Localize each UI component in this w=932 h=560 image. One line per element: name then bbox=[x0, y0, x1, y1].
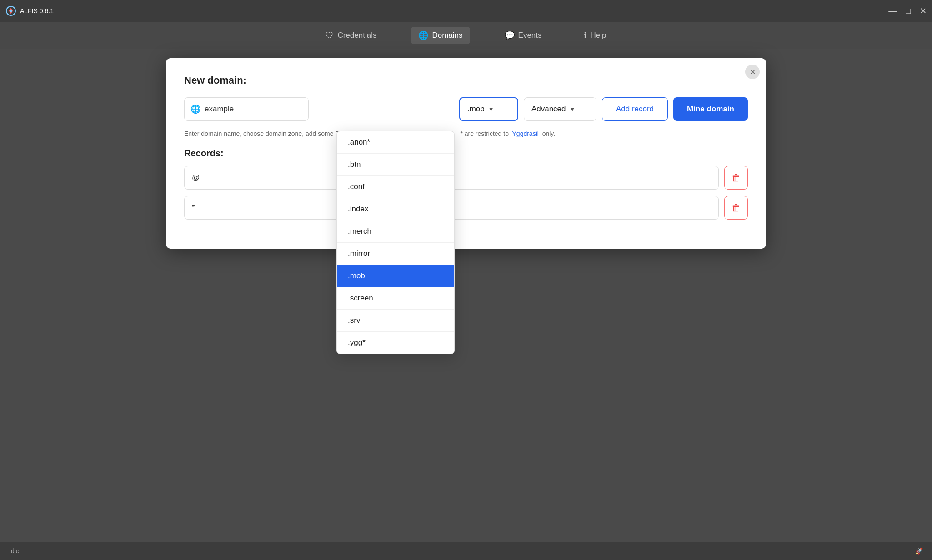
help-icon: ℹ bbox=[584, 30, 587, 40]
record-value-input-2[interactable] bbox=[427, 196, 719, 220]
info-text: Enter domain name, choose domain zone, a… bbox=[184, 130, 748, 137]
titlebar: ALFIS 0.6.1 — □ ✕ bbox=[0, 0, 932, 22]
dropdown-item-mob[interactable]: .mob bbox=[337, 265, 454, 287]
dropdown-item-srv[interactable]: .srv bbox=[337, 310, 454, 331]
dropdown-item-ygg[interactable]: .ygg* bbox=[337, 332, 454, 354]
record-row: A 🗑 bbox=[184, 196, 748, 220]
close-icon: ✕ bbox=[750, 68, 756, 76]
titlebar-controls: — □ ✕ bbox=[888, 6, 927, 16]
domain-input-row: 🌐 .mob ▼ Advanced ▼ Add record Mine doma… bbox=[184, 97, 748, 121]
yggdrasil-link[interactable]: Yggdrasil bbox=[512, 130, 539, 137]
globe-icon: 🌐 bbox=[190, 104, 200, 114]
modal-close-button[interactable]: ✕ bbox=[745, 65, 760, 79]
mine-domain-button[interactable]: Mine domain bbox=[673, 97, 748, 121]
record-delete-button-1[interactable]: 🗑 bbox=[724, 166, 748, 190]
nav-item-domains[interactable]: 🌐 Domains bbox=[411, 27, 470, 44]
modal: ✕ New domain: 🌐 .mob ▼ Advanced ▼ Add re… bbox=[166, 58, 766, 249]
zone-dropdown-button[interactable]: .mob ▼ bbox=[459, 97, 518, 121]
dropdown-item-btn[interactable]: .btn bbox=[337, 154, 454, 175]
info-text-part3: only. bbox=[542, 130, 556, 137]
credentials-icon: 🛡 bbox=[326, 31, 334, 40]
nav-item-events[interactable]: 💬 Events bbox=[497, 27, 549, 44]
close-button[interactable]: ✕ bbox=[920, 6, 927, 16]
dropdown-item-conf[interactable]: .conf bbox=[337, 176, 454, 198]
status-text: Idle bbox=[9, 547, 20, 555]
add-record-button[interactable]: Add record bbox=[602, 97, 668, 121]
main-area: ✕ New domain: 🌐 .mob ▼ Advanced ▼ Add re… bbox=[0, 49, 932, 542]
advanced-chevron-icon: ▼ bbox=[570, 106, 576, 113]
modal-title: New domain: bbox=[184, 75, 748, 86]
dropdown-item-mirror[interactable]: .mirror bbox=[337, 243, 454, 265]
nav-label-domains: Domains bbox=[432, 31, 462, 40]
delete-icon-2: 🗑 bbox=[732, 203, 741, 213]
app-title: ALFIS 0.6.1 bbox=[20, 7, 54, 15]
domain-name-input[interactable] bbox=[184, 97, 309, 121]
zone-chevron-icon: ▼ bbox=[488, 106, 494, 113]
advanced-dropdown-button[interactable]: Advanced ▼ bbox=[524, 97, 596, 121]
records-label: Records: bbox=[184, 148, 748, 159]
domain-name-wrapper: 🌐 bbox=[184, 97, 454, 121]
minimize-button[interactable]: — bbox=[888, 6, 897, 16]
info-text-part2: * are restricted to bbox=[460, 130, 509, 137]
dropdown-item-screen[interactable]: .screen bbox=[337, 287, 454, 309]
svg-point-1 bbox=[10, 10, 12, 12]
app-logo-icon bbox=[5, 5, 16, 16]
nav-item-credentials[interactable]: 🛡 Credentials bbox=[318, 27, 384, 44]
domains-icon: 🌐 bbox=[418, 30, 428, 40]
nav-label-credentials: Credentials bbox=[337, 31, 376, 40]
dropdown-item-index[interactable]: .index bbox=[337, 198, 454, 220]
nav-label-events: Events bbox=[518, 31, 542, 40]
titlebar-left: ALFIS 0.6.1 bbox=[5, 5, 54, 16]
delete-icon-1: 🗑 bbox=[732, 173, 741, 183]
record-value-input-1[interactable] bbox=[427, 166, 719, 190]
nav-label-help: Help bbox=[591, 31, 606, 40]
events-icon: 💬 bbox=[505, 30, 515, 40]
rocket-icon: 🚀 bbox=[915, 547, 923, 555]
modal-overlay: ✕ New domain: 🌐 .mob ▼ Advanced ▼ Add re… bbox=[0, 49, 932, 542]
nav-item-help[interactable]: ℹ Help bbox=[576, 27, 614, 44]
dropdown-item-merch[interactable]: .merch bbox=[337, 220, 454, 242]
navbar: 🛡 Credentials 🌐 Domains 💬 Events ℹ Help bbox=[0, 22, 932, 49]
dropdown-item-anon[interactable]: .anon* bbox=[337, 131, 454, 153]
record-delete-button-2[interactable]: 🗑 bbox=[724, 196, 748, 220]
maximize-button[interactable]: □ bbox=[906, 6, 911, 16]
record-row: A 🗑 bbox=[184, 166, 748, 190]
statusbar: Idle 🚀 bbox=[0, 542, 932, 560]
advanced-label: Advanced bbox=[531, 105, 566, 114]
zone-selected-label: .mob bbox=[467, 105, 485, 114]
zone-dropdown-popup: .anon* .btn .conf .index .merch .mirror … bbox=[336, 131, 455, 354]
